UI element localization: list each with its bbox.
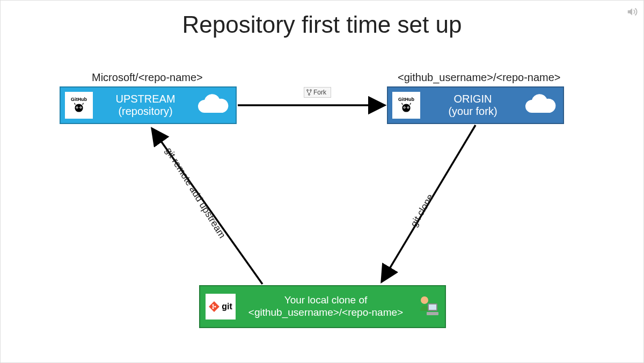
local-text: Your local clone of <github_username>/<r… bbox=[236, 294, 416, 319]
origin-box: GitHub ORIGIN (your fork) bbox=[387, 86, 564, 124]
svg-point-5 bbox=[80, 107, 82, 108]
upstream-box: GitHub UPSTREAM (repository) bbox=[60, 86, 237, 124]
octocat-icon bbox=[71, 102, 86, 114]
arrow-label-remote-add: git remote add upstream bbox=[163, 146, 228, 241]
origin-text: ORIGIN (your fork) bbox=[425, 93, 521, 118]
badge-text: GitHub bbox=[71, 97, 87, 102]
github-badge: GitHub bbox=[65, 92, 93, 119]
user-computer-icon bbox=[416, 294, 440, 320]
local-box: git Your local clone of <github_username… bbox=[199, 285, 446, 328]
svg-point-6 bbox=[402, 104, 410, 112]
slide-title: Repository first time set up bbox=[1, 11, 643, 38]
svg-point-20 bbox=[310, 90, 312, 91]
svg-point-15 bbox=[421, 296, 428, 304]
cloud-icon bbox=[521, 92, 559, 118]
fork-icon bbox=[306, 89, 312, 96]
upstream-path-label: Microsoft/<repo-name> bbox=[92, 71, 203, 84]
git-badge: git bbox=[206, 294, 236, 320]
svg-point-9 bbox=[404, 107, 405, 108]
svg-rect-17 bbox=[429, 304, 436, 310]
svg-point-21 bbox=[309, 94, 310, 96]
octocat-icon bbox=[399, 102, 414, 114]
upstream-text: UPSTREAM (repository) bbox=[97, 93, 194, 118]
origin-path-label: <github_username>/<repo-name> bbox=[398, 71, 561, 84]
svg-point-19 bbox=[307, 90, 309, 91]
svg-point-1 bbox=[75, 104, 83, 112]
svg-rect-18 bbox=[427, 312, 438, 315]
fork-badge: Fork bbox=[304, 87, 331, 98]
svg-point-10 bbox=[408, 107, 409, 108]
arrow-label-clone: git clone bbox=[408, 192, 436, 229]
github-badge: GitHub bbox=[392, 92, 420, 119]
git-icon bbox=[209, 301, 219, 312]
badge-text: GitHub bbox=[398, 97, 414, 102]
cloud-icon bbox=[194, 92, 231, 118]
svg-point-4 bbox=[77, 107, 78, 108]
